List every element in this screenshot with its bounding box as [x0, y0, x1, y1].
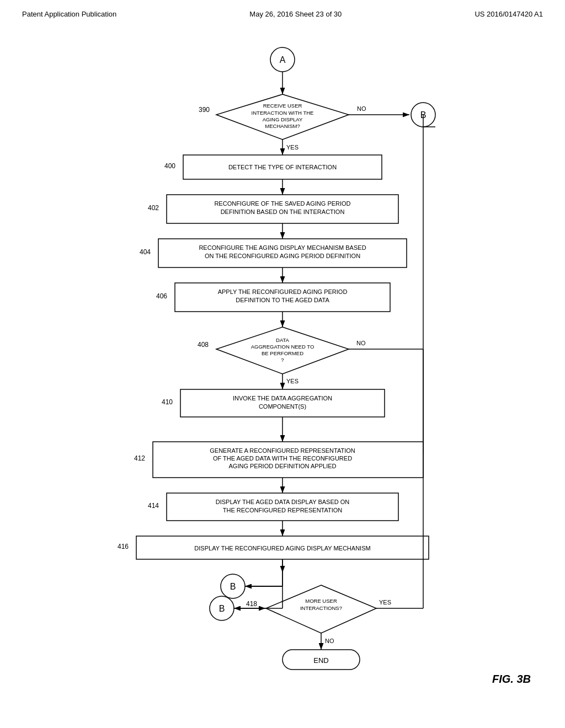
label-418-no: NO [325, 638, 334, 644]
node-408-line1: DATA [276, 337, 290, 343]
node-406-label: 406 [156, 292, 167, 300]
node-418-line1: MORE USER [305, 598, 337, 604]
node-412-text2: OF THE AGED DATA WITH THE RECONFIGURED [213, 455, 352, 462]
node-390-label: 390 [199, 106, 210, 114]
node-B-bottom-label: B [230, 582, 236, 591]
node-418-line2: INTERACTIONS? [300, 605, 342, 611]
node-412-label: 412 [134, 454, 145, 462]
node-A-label: A [280, 55, 286, 65]
node-412-text3: AGING PERIOD DEFINITION APPLIED [229, 463, 337, 469]
label-408-no: NO [356, 340, 366, 346]
node-404-text2: ON THE RECONFIGURED AGING PERIOD DEFINIT… [205, 253, 360, 259]
node-404-label: 404 [140, 248, 151, 256]
header-right: US 2016/0147420 A1 [475, 10, 543, 18]
node-390-line4: MECHANISM? [265, 123, 300, 129]
page-header: Patent Application Publication May 26, 2… [0, 0, 565, 24]
label-418-yes: YES [379, 599, 391, 606]
node-414-text1: DISPLAY THE AGED DATA DISPLAY BASED ON [216, 499, 350, 505]
node-400-label: 400 [164, 162, 175, 170]
node-end-label: END [313, 656, 328, 665]
node-412-text1: GENERATE A RECONFIGURED REPRESENTATION [210, 447, 355, 454]
node-408-label: 408 [198, 341, 209, 349]
node-414-text2: THE RECONFIGURED REPRESENTATION [223, 507, 343, 513]
node-406-text2: DEFINITION TO THE AGED DATA [236, 297, 329, 303]
header-left: Patent Application Publication [22, 10, 116, 18]
node-406-text1: APPLY THE RECONFIGURED AGING PERIOD [218, 288, 348, 295]
node-400-text: DETECT THE TYPE OF INTERACTION [228, 164, 337, 170]
node-390-line1: RECEIVE USER [263, 103, 302, 109]
header-middle: May 26, 2016 Sheet 23 of 30 [249, 10, 342, 18]
label-408-yes: YES [286, 378, 299, 384]
node-390-line3: AGING DISPLAY [263, 116, 303, 122]
node-408-line2: AGGREGATION NEED TO [251, 344, 315, 350]
node-410-text1: INVOKE THE DATA AGGREGATION [233, 395, 332, 402]
fig-label: FIG. 3B [492, 673, 531, 685]
node-B-bottom2-label: B [219, 604, 225, 613]
node-416-text: DISPLAY THE RECONFIGURED AGING DISPLAY M… [194, 545, 370, 552]
node-402-text1: RECONFIGURE OF THE SAVED AGING PERIOD [214, 200, 350, 207]
node-414-label: 414 [148, 502, 159, 510]
node-410-text2: COMPONENT(S) [259, 403, 306, 410]
node-408-line3: BE PERFORMED [262, 350, 303, 356]
node-410-label: 410 [162, 398, 173, 406]
diagram-area: A RECEIVE USER INTERACTION WITH THE AGIN… [0, 24, 565, 719]
node-390-line2: INTERACTION WITH THE [252, 110, 314, 116]
label-390-no: NO [357, 105, 366, 112]
node-402-label: 402 [148, 204, 159, 212]
node-416-label: 416 [118, 543, 129, 550]
node-408-line4: ? [281, 357, 284, 363]
node-418-label: 418 [246, 600, 257, 608]
node-404-text1: RECONFIGURE THE AGING DISPLAY MECHANISM … [199, 244, 366, 251]
node-402-text2: DEFINITION BASED ON THE INTERACTION [221, 208, 345, 215]
label-390-yes: YES [286, 144, 299, 151]
